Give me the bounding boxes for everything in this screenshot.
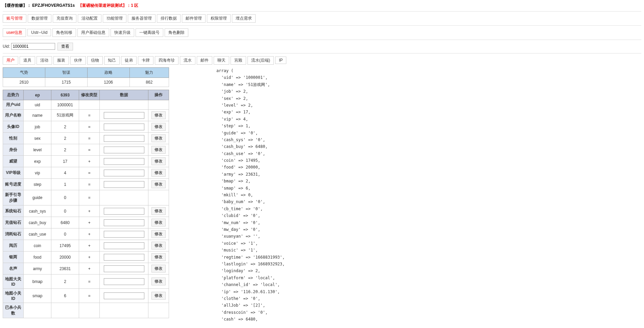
attr-data-input[interactable] [104,265,144,272]
attr-type: + [79,263,100,275]
attr-data-input[interactable] [104,278,144,285]
attr-label: 用户名称 [3,110,24,121]
modify-button[interactable]: 修改 [151,134,166,142]
main-tab-2[interactable]: 充值查询 [53,14,76,23]
modify-button[interactable]: 修改 [151,278,166,285]
uid-input[interactable] [11,43,55,50]
attr-data-input[interactable] [104,231,144,238]
attr-data-cell [100,144,148,156]
modify-button[interactable]: 修改 [151,219,166,226]
attr-data-input[interactable] [104,219,144,226]
modify-button[interactable]: 修改 [151,242,166,249]
attr-value: 0 [51,190,79,205]
modify-button[interactable]: 修改 [151,230,166,238]
attr-value: 51游戏网 [51,110,79,121]
modify-button[interactable]: 修改 [151,157,166,165]
detail-tab-10[interactable]: 流水 [180,56,195,65]
attr-data-cell [100,179,148,190]
attr-label: 地图大关ID [3,275,24,289]
attr-value: 6480 [51,217,79,228]
attr-type: = [79,110,100,121]
attr-ep: smap [24,289,51,303]
modify-button[interactable]: 修改 [151,123,166,131]
modify-button[interactable]: 修改 [151,265,166,272]
attr-ep: cash_sys [24,205,51,217]
attr-ep: job [24,121,51,133]
main-tab-3[interactable]: 活动配置 [78,14,101,23]
table-row: 威望exp17+修改 [3,156,169,167]
attr-data-input[interactable] [104,135,144,142]
detail-tab-13[interactable]: 宫殿 [231,56,246,65]
attr-label: 充值钻石 [3,217,24,228]
attr-data-input[interactable] [104,208,144,215]
attr-type: + [79,252,100,263]
stats-header: 气势 [3,68,45,78]
attr-data-input[interactable] [104,254,144,261]
detail-tab-7[interactable]: 徒弟 [121,56,137,65]
attr-data-input[interactable] [104,147,144,153]
sub-tab-3[interactable]: 用户基础信息 [77,28,109,37]
detail-tab-9[interactable]: 四海奇珍 [155,56,178,65]
attr-type: = [79,179,100,190]
attr-ep: coin [24,240,51,252]
main-tab-6[interactable]: 排行数据 [157,14,181,23]
detail-tab-12[interactable]: 聊天 [214,56,229,65]
detail-tab-6[interactable]: 知己 [104,56,120,65]
attr-op-cell: 修改 [148,144,169,156]
detail-tab-0[interactable]: 用户 [3,56,18,65]
sub-tab-6[interactable]: 角色删除 [165,28,188,37]
attr-value: 0 [51,205,79,217]
attr-data-input[interactable] [104,170,144,176]
sub-tab-4[interactable]: 快速升级 [111,28,134,37]
stats-value: 862 [129,78,169,87]
sub-tab-0[interactable]: user信息 [3,28,26,37]
detail-tab-8[interactable]: 卡牌 [138,56,153,65]
attr-type: = [79,144,100,156]
detail-tab-15[interactable]: IP [275,57,286,64]
attr-ep: bmap [24,275,51,289]
attrs-header: 修改类型 [79,90,100,100]
main-tab-9[interactable]: 埋点需求 [232,14,256,23]
attr-value: 1000001 [51,100,79,110]
attr-data-input[interactable] [104,181,144,188]
attr-data-input[interactable] [104,124,144,130]
table-row: VIP等级vip4=修改 [3,167,169,179]
main-tab-1[interactable]: 数据管理 [28,14,51,23]
attr-ep: vip [24,167,51,179]
modify-button[interactable]: 修改 [151,111,166,119]
attr-op-cell: 修改 [148,167,169,179]
detail-tab-5[interactable]: 信物 [87,56,103,65]
main-tab-8[interactable]: 权限管理 [207,14,231,23]
detail-tab-row: 用户道具活动服装伙伴信物知己徒弟卡牌四海奇珍流水邮件聊天宫殿流水(后端)IP [3,56,641,65]
main-tab-5[interactable]: 服务器管理 [128,14,156,23]
sub-tab-1[interactable]: Ustr--Uid [27,29,51,36]
detail-tab-3[interactable]: 服装 [53,56,69,65]
attr-data-input[interactable] [104,242,144,249]
detail-tab-1[interactable]: 道具 [20,56,35,65]
attr-data-input[interactable] [104,292,144,299]
separator [3,40,641,40]
main-tab-7[interactable]: 邮件管理 [182,14,206,23]
attr-type: = [79,133,100,144]
attrs-header: 数据 [100,90,148,100]
modify-button[interactable]: 修改 [151,146,166,154]
modify-button[interactable]: 修改 [151,180,166,188]
array-dump: array ( 'uid' => '1000001', 'name' => '5… [183,67,641,323]
sub-tab-5[interactable]: 一键高级号 [136,28,163,37]
modify-button[interactable]: 修改 [151,292,166,300]
detail-tab-14[interactable]: 流水(后端) [247,56,274,65]
main-tab-4[interactable]: 功能管理 [103,14,126,23]
modify-button[interactable]: 修改 [151,169,166,177]
detail-tab-11[interactable]: 邮件 [197,56,212,65]
table-row: 地图小关IDsmap6=修改 [3,289,169,303]
modify-button[interactable]: 修改 [151,253,166,261]
sub-tab-2[interactable]: 角色转移 [52,28,76,37]
detail-tab-2[interactable]: 活动 [37,56,52,65]
main-tab-0[interactable]: 账号管理 [3,14,26,23]
attr-data-input[interactable] [104,158,144,165]
attr-data-input[interactable] [104,112,144,119]
attrs-header: ep [24,90,51,100]
modify-button[interactable]: 修改 [151,207,166,215]
detail-tab-4[interactable]: 伙伴 [70,56,86,65]
view-button[interactable]: 查看 [57,43,73,50]
